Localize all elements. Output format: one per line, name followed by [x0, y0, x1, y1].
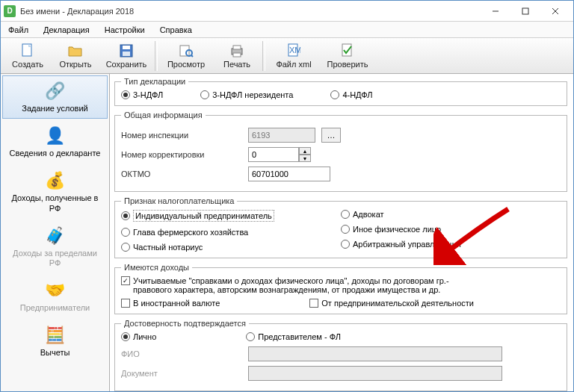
sidebar-item-deductions[interactable]: 🧮Вычеты	[2, 320, 108, 363]
oktmo-input[interactable]	[248, 167, 330, 181]
xml-icon: XML	[286, 43, 301, 58]
spin-up[interactable]: ▲	[299, 147, 311, 155]
coins-icon: 💰	[43, 170, 67, 191]
open-button[interactable]: Открыть	[52, 40, 99, 72]
new-file-icon	[20, 43, 35, 58]
radio-personal[interactable]: Лично	[121, 332, 156, 341]
fio-input	[248, 346, 502, 361]
inspection-input[interactable]	[248, 128, 315, 143]
radio-other[interactable]: Иное физическое лицо	[341, 225, 561, 234]
window-title: Без имени - Декларация 2018	[20, 7, 481, 16]
save-icon	[119, 43, 134, 58]
tree-icon: 🔗	[43, 81, 67, 102]
print-button[interactable]: Печать	[213, 40, 261, 72]
radio-farm[interactable]: Глава фермерского хозяйства	[121, 228, 341, 237]
radio-4ndfl[interactable]: 4-НДФЛ	[330, 90, 372, 99]
radio-icon	[341, 225, 350, 234]
radio-representative[interactable]: Представителем - ФЛ	[246, 332, 341, 341]
radio-notary[interactable]: Частный нотариус	[121, 243, 341, 252]
radio-icon	[121, 90, 130, 99]
app-icon: D	[4, 5, 16, 17]
sidebar: 🔗Задание условий 👤Сведения о декларанте …	[1, 74, 110, 391]
correction-stepper[interactable]: ▲▼	[248, 147, 311, 162]
close-button[interactable]	[540, 1, 570, 21]
radio-icon	[121, 211, 130, 220]
preview-button[interactable]: Просмотр	[159, 40, 213, 72]
label-fio: ФИО	[121, 349, 248, 358]
radio-ip[interactable]: Индивидуальный предприниматель	[121, 210, 341, 222]
content-area: Тип декларации 3-НДФЛ 3-НДФЛ нерезидента…	[110, 74, 573, 391]
radio-icon	[121, 243, 130, 252]
svg-text:XML: XML	[289, 46, 300, 55]
sidebar-item-declarant[interactable]: 👤Сведения о декларанте	[2, 120, 108, 164]
svg-rect-13	[233, 53, 241, 57]
svg-rect-12	[233, 46, 241, 49]
titlebar: D Без имени - Декларация 2018	[1, 1, 573, 22]
svg-line-10	[191, 55, 193, 57]
check-icon	[340, 43, 355, 58]
radio-icon	[121, 332, 130, 341]
group-decl-type: Тип декларации 3-НДФЛ 3-НДФЛ нерезидента…	[114, 77, 567, 106]
handshake-icon: 🤝	[43, 280, 67, 301]
folder-open-icon	[68, 43, 83, 58]
save-button[interactable]: Сохранить	[99, 40, 153, 72]
xml-button[interactable]: XMLФайл xml	[267, 40, 321, 72]
group-taxpayer: Признак налогоплательщика Индивидуальный…	[114, 196, 567, 258]
bag-icon: 🧳	[43, 225, 67, 246]
check-business[interactable]: От предпринимательской деятельности	[309, 299, 474, 308]
menu-declaration[interactable]: Декларация	[40, 24, 93, 36]
radio-icon	[121, 228, 130, 237]
group-confirm: Достоверность подтверждается Лично Предс…	[114, 319, 567, 391]
person-icon: 👤	[43, 125, 67, 146]
group-general: Общая информация Номер инспекции … Номер…	[114, 111, 567, 192]
radio-icon	[200, 90, 209, 99]
check-foreign[interactable]: В иностранной валюте	[121, 299, 220, 308]
radio-icon	[341, 240, 350, 249]
radio-icon	[246, 332, 255, 341]
document-input	[248, 366, 502, 381]
sidebar-item-entrepreneurs[interactable]: 🤝Предприниматели	[2, 275, 108, 318]
legend-general: Общая информация	[121, 111, 206, 119]
checkbox-icon	[309, 299, 318, 308]
radio-icon	[330, 90, 339, 99]
create-button[interactable]: Создать	[4, 40, 52, 72]
sidebar-item-income-rf[interactable]: 💰Доходы, полученные в РФ	[2, 165, 108, 218]
sidebar-item-income-foreign[interactable]: 🧳Доходы за пределами РФ	[2, 220, 108, 273]
correction-input[interactable]	[248, 147, 299, 162]
checkbox-icon	[121, 299, 130, 308]
radio-3ndfl-nonresident[interactable]: 3-НДФЛ нерезидента	[200, 90, 293, 99]
legend-taxpayer: Признак налогоплательщика	[121, 196, 237, 205]
check-button[interactable]: Проверить	[321, 40, 374, 72]
checkbox-icon	[121, 276, 130, 285]
menu-help[interactable]: Справка	[157, 24, 195, 36]
svg-rect-6	[123, 46, 130, 49]
inspection-browse-button[interactable]: …	[321, 128, 341, 143]
radio-3ndfl[interactable]: 3-НДФЛ	[121, 90, 163, 99]
toolbar: Создать Открыть Сохранить Просмотр Печат…	[1, 38, 573, 74]
svg-rect-1	[522, 8, 528, 14]
menu-file[interactable]: Файл	[5, 24, 31, 36]
legend-decl-type: Тип декларации	[121, 77, 188, 86]
legend-income: Имеются доходы	[121, 263, 192, 272]
svg-rect-7	[123, 52, 130, 56]
menubar: Файл Декларация Настройки Справка	[1, 22, 573, 38]
print-icon	[229, 43, 244, 58]
spin-down[interactable]: ▼	[299, 155, 311, 162]
minimize-button[interactable]	[481, 1, 510, 21]
legend-confirm: Достоверность подтверждается	[121, 319, 249, 328]
radio-arbitr[interactable]: Арбитражный управляющий	[341, 240, 561, 249]
check-spravka[interactable]: Учитываемые "справками о доходах физичес…	[121, 276, 561, 294]
radio-icon	[341, 210, 350, 219]
menu-settings[interactable]: Настройки	[102, 24, 148, 36]
radio-lawyer[interactable]: Адвокат	[341, 210, 561, 219]
preview-icon	[179, 43, 194, 58]
group-income: Имеются доходы Учитываемые "справками о …	[114, 263, 567, 314]
sidebar-item-conditions[interactable]: 🔗Задание условий	[2, 75, 108, 119]
label-inspection: Номер инспекции	[121, 131, 248, 140]
label-correction: Номер корректировки	[121, 150, 248, 159]
calculator-icon: 🧮	[43, 325, 67, 346]
svg-rect-16	[342, 44, 351, 56]
maximize-button[interactable]	[510, 1, 540, 21]
label-document: Документ	[121, 369, 248, 378]
label-oktmo: ОКТМО	[121, 169, 248, 178]
